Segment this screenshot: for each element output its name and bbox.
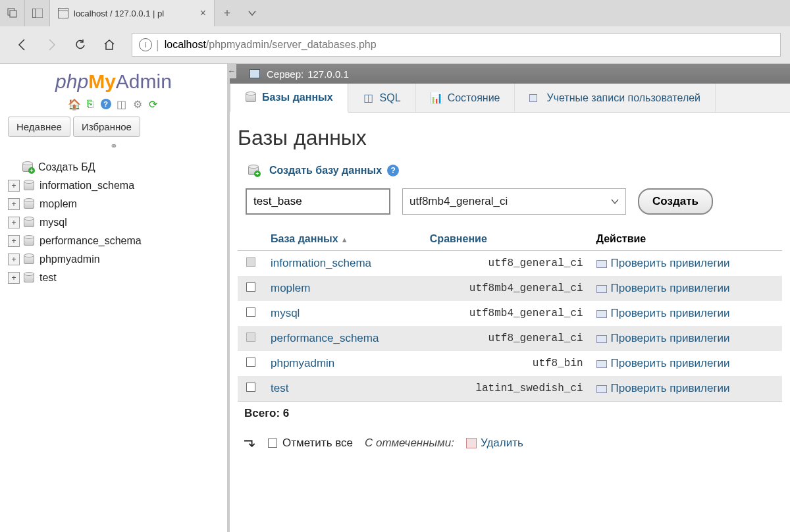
settings-icon[interactable]: ⚙ — [132, 98, 144, 110]
forward-button — [38, 32, 65, 58]
tree-new-db[interactable]: Создать БД — [8, 158, 223, 176]
refresh-button[interactable] — [67, 32, 93, 58]
top-tabs: Базы данных ◫SQL 📊Состояние Учетные запи… — [230, 84, 790, 113]
privileges-icon — [596, 260, 607, 268]
create-button[interactable]: Создать — [638, 188, 713, 215]
phpmyadmin-logo[interactable]: phpMyAdmin — [0, 70, 227, 93]
privileges-icon — [596, 335, 607, 343]
tab-aside-icon[interactable] — [25, 0, 50, 26]
db-link[interactable]: mysql — [271, 307, 300, 319]
docs-icon[interactable]: ? — [100, 98, 112, 110]
browser-chrome: localhost / 127.0.0.1 | pl × + i | local… — [0, 0, 790, 64]
svg-rect-2 — [32, 9, 43, 18]
check-privileges-link[interactable]: Проверить привилегии — [611, 382, 730, 394]
delete-button[interactable]: Удалить — [466, 437, 523, 450]
tree-db-item[interactable]: +performance_schema — [8, 232, 223, 250]
server-icon — [250, 69, 260, 78]
db-tree: Создать БД +information_schema+moplem+my… — [0, 155, 227, 287]
check-privileges-link[interactable]: Проверить привилегии — [611, 307, 730, 319]
expand-icon[interactable]: + — [8, 235, 20, 247]
collation-value: utf8_general_ci — [423, 326, 590, 351]
table-row: performance_schemautf8_general_ciПровери… — [238, 326, 782, 351]
tree-db-item[interactable]: +phpmyadmin — [8, 250, 223, 269]
db-link[interactable]: test — [271, 382, 288, 394]
db-link[interactable]: moplem — [271, 282, 310, 294]
page-icon — [58, 8, 68, 18]
collation-value: latin1_swedish_ci — [423, 376, 590, 402]
new-db-icon — [22, 163, 33, 172]
back-button[interactable] — [9, 32, 36, 58]
collapse-sidebar-icon[interactable]: ← — [227, 64, 236, 78]
db-link[interactable]: phpmyadmin — [271, 357, 334, 369]
privileges-icon — [596, 285, 607, 293]
tab-users[interactable]: Учетные записи пользователей — [515, 84, 716, 112]
expand-icon[interactable]: + — [8, 198, 20, 210]
tab-databases[interactable]: Базы данных — [230, 84, 348, 113]
database-icon — [24, 181, 34, 190]
row-checkbox[interactable] — [246, 307, 255, 317]
browser-nav-bar: i | localhost/phpmyadmin/server_database… — [0, 26, 790, 63]
chevron-down-icon — [611, 199, 619, 204]
delete-icon — [466, 438, 477, 448]
row-checkbox — [246, 257, 255, 267]
table-row: information_schemautf8_general_ciПровери… — [238, 251, 782, 277]
db-link[interactable]: information_schema — [271, 257, 371, 269]
tree-db-item[interactable]: +moplem — [8, 195, 223, 213]
site-info-icon[interactable]: i — [139, 38, 152, 51]
help-icon[interactable]: ? — [387, 165, 399, 176]
expand-icon[interactable]: + — [8, 217, 20, 228]
sidebar-tab-favorites[interactable]: Избранное — [73, 117, 140, 137]
close-tab-icon[interactable]: × — [200, 7, 206, 19]
tab-stack-icon[interactable] — [0, 0, 25, 26]
browser-tab[interactable]: localhost / 127.0.0.1 | pl × — [50, 0, 215, 26]
collation-select[interactable]: utf8mb4_general_ci — [402, 188, 626, 215]
expand-icon[interactable]: + — [8, 180, 20, 192]
col-collation[interactable]: Сравнение — [423, 228, 590, 251]
collation-value: utf8_general_ci — [423, 251, 590, 277]
breadcrumb: Сервер: 127.0.0.1 — [230, 64, 790, 84]
row-checkbox[interactable] — [246, 282, 255, 292]
link-icon[interactable]: ⚭ — [0, 141, 227, 151]
check-privileges-link[interactable]: Проверить привилегии — [611, 332, 730, 344]
row-checkbox[interactable] — [246, 383, 255, 392]
collation-value: utf8_bin — [423, 351, 590, 376]
tree-db-item[interactable]: +test — [8, 269, 223, 287]
database-icon — [24, 200, 34, 209]
logout-icon[interactable]: ⎘ — [84, 98, 96, 110]
check-privileges-link[interactable]: Проверить привилегии — [611, 357, 730, 369]
browser-tab-bar: localhost / 127.0.0.1 | pl × + — [0, 0, 790, 26]
tree-db-item[interactable]: +information_schema — [8, 176, 223, 195]
tree-db-item[interactable]: +mysql — [8, 213, 223, 232]
table-row: phpmyadminutf8_binПроверить привилегии — [238, 351, 782, 376]
home-button[interactable] — [96, 32, 122, 58]
url-bar[interactable]: i | localhost/phpmyadmin/server_database… — [132, 33, 781, 57]
check-all-checkbox[interactable] — [268, 439, 277, 448]
sidebar-tab-recent[interactable]: Недавнее — [8, 117, 70, 137]
col-database[interactable]: База данных▲ — [264, 228, 423, 251]
check-privileges-link[interactable]: Проверить привилегии — [611, 257, 730, 269]
sql-docs-icon[interactable]: ◫ — [116, 98, 128, 110]
expand-icon[interactable]: + — [8, 272, 20, 284]
tab-menu-icon[interactable] — [240, 9, 265, 17]
sidebar: phpMyAdmin 🏠 ⎘ ? ◫ ⚙ ⟳ Недавнее Избранно… — [0, 64, 227, 532]
expand-icon[interactable]: + — [8, 253, 20, 265]
row-checkbox[interactable] — [246, 358, 255, 367]
check-privileges-link[interactable]: Проверить привилегии — [611, 282, 730, 294]
db-link[interactable]: performance_schema — [271, 332, 379, 344]
check-all[interactable]: Отметить все — [268, 437, 353, 450]
table-row: mysqlutf8mb4_general_ciПроверить привиле… — [238, 301, 782, 326]
with-selected-label: С отмеченными: — [365, 437, 454, 450]
tab-sql[interactable]: ◫SQL — [348, 84, 416, 112]
svg-rect-1 — [10, 11, 16, 17]
database-icon — [24, 236, 34, 246]
create-db-icon — [248, 166, 259, 175]
users-icon — [529, 92, 541, 104]
svg-rect-3 — [32, 9, 36, 18]
home-icon[interactable]: 🏠 — [68, 98, 80, 110]
db-name-input[interactable] — [246, 188, 390, 215]
reload-icon[interactable]: ⟳ — [147, 98, 159, 110]
col-action: Действие — [590, 228, 782, 251]
collation-value: utf8mb4_general_ci — [423, 276, 590, 301]
new-tab-button[interactable]: + — [215, 7, 240, 20]
tab-status[interactable]: 📊Состояние — [416, 84, 515, 112]
